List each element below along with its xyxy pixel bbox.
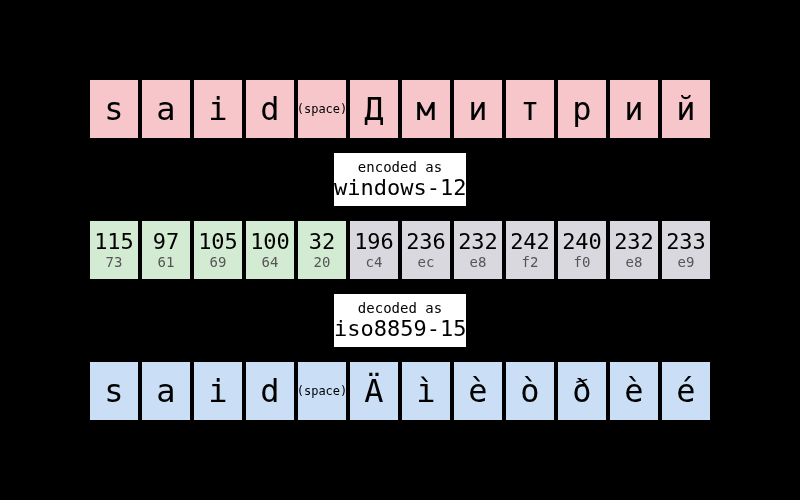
decoding-name: iso8859-15 xyxy=(334,316,466,341)
byte-cell: 196c4 xyxy=(349,220,399,280)
original-char-cell: и xyxy=(609,79,659,139)
byte-decimal: 196 xyxy=(354,231,394,253)
original-char-cell: й xyxy=(661,79,711,139)
decoded-char-cell: ì xyxy=(401,361,451,421)
byte-decimal: 105 xyxy=(198,231,238,253)
original-char-cell: s xyxy=(89,79,139,139)
byte-hex: ec xyxy=(418,255,435,269)
byte-cell: 240f0 xyxy=(557,220,607,280)
byte-decimal: 233 xyxy=(666,231,706,253)
bytes-row: 11573976110569100643220196c4236ec232e824… xyxy=(89,220,711,280)
original-char-cell: т xyxy=(505,79,555,139)
byte-cell: 232e8 xyxy=(453,220,503,280)
decoded-char-cell: Ä xyxy=(349,361,399,421)
encoded-as-label: encoded as windows-1251 xyxy=(334,153,466,206)
original-char-cell: м xyxy=(401,79,451,139)
original-char-cell: d xyxy=(245,79,295,139)
byte-cell: 9761 xyxy=(141,220,191,280)
byte-decimal: 100 xyxy=(250,231,290,253)
byte-decimal: 240 xyxy=(562,231,602,253)
decoded-char-cell: (space) xyxy=(297,361,347,421)
decoded-chars-row: said(space)Äìèòðèé xyxy=(89,361,711,421)
byte-hex: 69 xyxy=(210,255,227,269)
byte-hex: c4 xyxy=(366,255,383,269)
byte-decimal: 242 xyxy=(510,231,550,253)
byte-hex: 64 xyxy=(262,255,279,269)
decoded-as-text: decoded as xyxy=(334,300,466,316)
byte-decimal: 232 xyxy=(458,231,498,253)
original-char-cell: i xyxy=(193,79,243,139)
original-char-cell: р xyxy=(557,79,607,139)
byte-hex: f0 xyxy=(574,255,591,269)
space-label: (space) xyxy=(297,102,348,116)
byte-cell: 233e9 xyxy=(661,220,711,280)
space-label: (space) xyxy=(297,384,348,398)
byte-hex: 20 xyxy=(314,255,331,269)
byte-hex: 73 xyxy=(106,255,123,269)
decoded-char-cell: i xyxy=(193,361,243,421)
byte-hex: f2 xyxy=(522,255,539,269)
encoded-as-text: encoded as xyxy=(334,159,466,175)
original-char-cell: Д xyxy=(349,79,399,139)
byte-decimal: 115 xyxy=(94,231,134,253)
byte-cell: 10569 xyxy=(193,220,243,280)
original-char-cell: a xyxy=(141,79,191,139)
byte-cell: 242f2 xyxy=(505,220,555,280)
byte-decimal: 236 xyxy=(406,231,446,253)
decoded-as-label: decoded as iso8859-15 xyxy=(334,294,466,347)
decoded-char-cell: a xyxy=(141,361,191,421)
byte-decimal: 32 xyxy=(309,231,336,253)
decoded-char-cell: s xyxy=(89,361,139,421)
byte-cell: 11573 xyxy=(89,220,139,280)
original-chars-row: said(space)Дмитрий xyxy=(89,79,711,139)
original-char-cell: и xyxy=(453,79,503,139)
byte-cell: 3220 xyxy=(297,220,347,280)
decoded-char-cell: è xyxy=(609,361,659,421)
byte-decimal: 97 xyxy=(153,231,180,253)
byte-hex: 61 xyxy=(158,255,175,269)
encoding-name: windows-1251 xyxy=(334,175,466,200)
byte-hex: e9 xyxy=(678,255,695,269)
byte-cell: 10064 xyxy=(245,220,295,280)
byte-hex: e8 xyxy=(470,255,487,269)
decoded-char-cell: d xyxy=(245,361,295,421)
byte-cell: 232e8 xyxy=(609,220,659,280)
byte-hex: e8 xyxy=(626,255,643,269)
original-char-cell: (space) xyxy=(297,79,347,139)
byte-cell: 236ec xyxy=(401,220,451,280)
byte-decimal: 232 xyxy=(614,231,654,253)
decoded-char-cell: ð xyxy=(557,361,607,421)
decoded-char-cell: é xyxy=(661,361,711,421)
decoded-char-cell: è xyxy=(453,361,503,421)
decoded-char-cell: ò xyxy=(505,361,555,421)
